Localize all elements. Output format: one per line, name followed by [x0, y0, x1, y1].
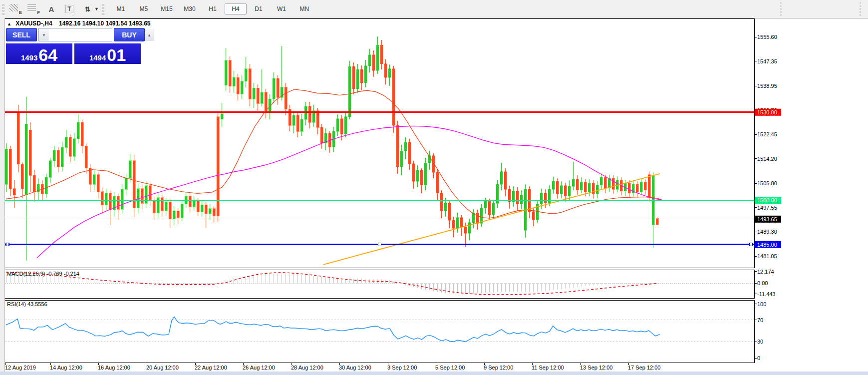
hline-handle[interactable] — [750, 243, 753, 246]
price-axis[interactable]: 1555.601547.351538.951530.701522.451514.… — [754, 34, 777, 259]
volume-decrease-button[interactable]: ▼ — [39, 28, 49, 41]
svg-text:28 Aug 12:00: 28 Aug 12:00 — [291, 365, 323, 371]
svg-text:70: 70 — [757, 317, 763, 323]
pattern-e-icon[interactable]: E — [9, 3, 22, 15]
svg-text:9 Sep 12:00: 9 Sep 12:00 — [484, 365, 513, 371]
svg-text:17 Sep 12:00: 17 Sep 12:00 — [628, 365, 660, 371]
hline-handle[interactable] — [6, 243, 9, 246]
sort-arrows-icon[interactable]: ⇅ — [81, 3, 94, 15]
toolbar-separator — [860, 2, 861, 16]
svg-text:-11.443: -11.443 — [757, 291, 776, 297]
symbol-title: ▲ XAUUSD-,H4 1492.16 1494.10 1491.54 149… — [7, 20, 150, 27]
hatch-glyph — [9, 4, 18, 11]
icon-letter: T — [65, 5, 73, 13]
svg-text:1514.20: 1514.20 — [757, 156, 777, 162]
svg-text:16 Aug 12:00: 16 Aug 12:00 — [98, 365, 130, 371]
price-tag-red-text: 1530.00 — [757, 109, 777, 115]
rsi-label: RSI(14) 43.5556 — [7, 301, 47, 307]
sell-price-pips: 64 — [38, 47, 57, 63]
timeframe-button-m30[interactable]: M30 — [179, 3, 201, 14]
price-tag-green-text: 1500.00 — [757, 197, 777, 203]
macd-pane[interactable] — [5, 270, 755, 299]
macd-label: MACD(12,26,9) -0.769 -0.214 — [7, 271, 79, 277]
svg-text:1481.05: 1481.05 — [757, 253, 777, 259]
icon-letter: E — [19, 10, 22, 15]
svg-text:1505.80: 1505.80 — [757, 180, 777, 186]
timeframe-button-m15[interactable]: M15 — [156, 3, 178, 14]
svg-text:13 Sep 12:00: 13 Sep 12:00 — [580, 365, 612, 371]
timeframe-button-m5[interactable]: M5 — [133, 3, 155, 14]
svg-text:0: 0 — [757, 355, 760, 361]
svg-text:1547.35: 1547.35 — [757, 58, 777, 64]
dots-glyph — [27, 4, 36, 11]
svg-text:12 Aug 2019: 12 Aug 2019 — [5, 365, 36, 371]
svg-text:26 Aug 12:00: 26 Aug 12:00 — [243, 365, 275, 371]
text-a-icon[interactable]: A — [45, 3, 58, 15]
svg-text:100: 100 — [757, 301, 766, 307]
timeframe-button-h1[interactable]: H1 — [202, 3, 224, 14]
panel-collapse-icon[interactable]: ▲ — [7, 21, 11, 26]
svg-text:0.00: 0.00 — [757, 280, 768, 286]
one-click-trade-panel: SELL ▼ ▲ BUY 1493 64 1494 01 — [6, 28, 147, 64]
pattern-f-icon[interactable]: F — [27, 3, 40, 15]
timeframe-button-d1[interactable]: D1 — [248, 3, 270, 14]
svg-text:1538.95: 1538.95 — [757, 83, 777, 89]
timeframe-button-w1[interactable]: W1 — [271, 3, 292, 14]
svg-text:3 Sep 12:00: 3 Sep 12:00 — [387, 365, 417, 371]
price-tag-bid-text: 1493.65 — [757, 216, 777, 222]
buy-button[interactable]: BUY — [114, 28, 145, 41]
timeframe-button-mn[interactable]: MN — [293, 3, 315, 14]
svg-text:22 Aug 12:00: 22 Aug 12:00 — [195, 365, 227, 371]
svg-text:30: 30 — [757, 339, 763, 345]
icon-letter: F — [37, 10, 40, 15]
svg-text:30 Aug 12:00: 30 Aug 12:00 — [339, 365, 371, 371]
svg-text:1522.45: 1522.45 — [757, 131, 777, 137]
svg-text:11 Sep 12:00: 11 Sep 12:00 — [532, 365, 564, 371]
buy-price-display[interactable]: 1494 01 — [74, 43, 141, 64]
svg-text:14 Aug 12:00: 14 Aug 12:00 — [50, 365, 82, 371]
toolbar-group-handle[interactable] — [102, 3, 104, 15]
sell-price-display[interactable]: 1493 64 — [6, 43, 72, 64]
bottom-edge-strip — [0, 372, 868, 375]
timeframe-button-h4[interactable]: H4 — [225, 3, 247, 14]
svg-text:1489.30: 1489.30 — [757, 229, 777, 235]
ohlc-values: 1492.16 1494.10 1491.54 1493.65 — [59, 20, 151, 27]
svg-text:1497.55: 1497.55 — [757, 205, 777, 211]
svg-text:20 Aug 12:00: 20 Aug 12:00 — [146, 365, 179, 371]
time-axis[interactable]: 12 Aug 201914 Aug 12:0016 Aug 12:0020 Au… — [5, 363, 660, 371]
toolbar-drag-handle[interactable] — [2, 3, 4, 15]
sell-price-main: 1493 — [21, 53, 37, 63]
toolbar: E F A T ⇅ ▼ M1M5M15M30H1H4D1W1MN — [0, 0, 868, 18]
textbox-t-icon[interactable]: T — [63, 3, 76, 15]
symbol-period-label: XAUUSD-,H4 — [15, 20, 52, 27]
timeframe-group: M1M5M15M30H1H4D1W1MN — [109, 3, 316, 14]
volume-stepper: ▼ ▲ — [38, 28, 112, 41]
dropdown-caret-icon[interactable]: ▼ — [94, 6, 99, 11]
icon-letter: A — [49, 5, 54, 13]
svg-text:1555.60: 1555.60 — [757, 34, 777, 40]
icon-letter: ⇅ — [85, 5, 90, 13]
hline-handle[interactable] — [378, 243, 381, 246]
buy-price-main: 1494 — [89, 53, 106, 63]
timeframe-button-m1[interactable]: M1 — [110, 3, 132, 14]
sell-button[interactable]: SELL — [6, 28, 37, 41]
svg-text:5 Sep 12:00: 5 Sep 12:00 — [435, 365, 465, 371]
svg-text:12.174: 12.174 — [757, 269, 774, 275]
toolbar-separator — [780, 2, 782, 16]
buy-price-pips: 01 — [107, 47, 126, 63]
left-edge-strip — [0, 18, 5, 375]
price-tag-blue-text: 1485.00 — [757, 242, 777, 248]
volume-increase-button[interactable]: ▲ — [144, 28, 154, 41]
